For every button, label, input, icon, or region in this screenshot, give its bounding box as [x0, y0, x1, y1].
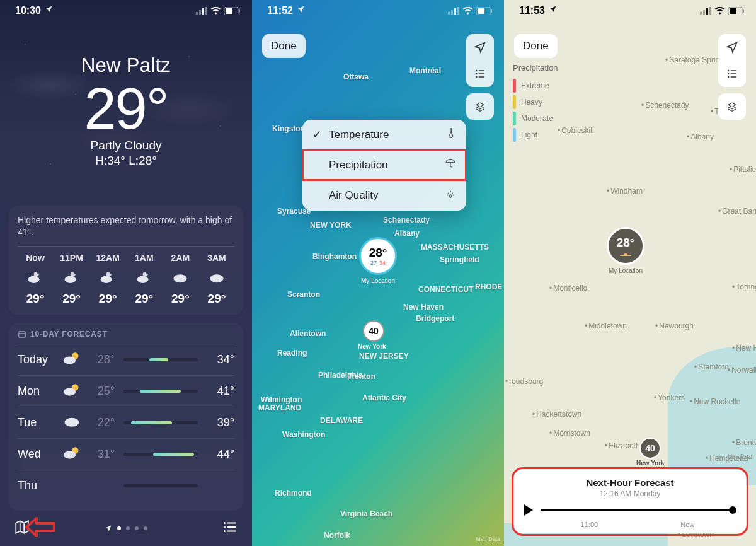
weather-icon	[136, 269, 152, 286]
map-city-label: Cobleskill	[558, 126, 594, 135]
forecast-summary: Higher temperatures expected tomorrow, w…	[18, 214, 234, 247]
daily-forecast-card[interactable]: 10-DAY FORECAST Today 28° 34° Mon 25° 41…	[9, 323, 243, 511]
map-attribution-link[interactable]: Map Data	[476, 536, 500, 542]
map-city-label: Great Barring	[718, 207, 756, 216]
play-button[interactable]	[524, 504, 533, 516]
day-low: 22°	[87, 416, 115, 429]
layer-option-air-quality[interactable]: ✓Air Quality	[302, 180, 466, 211]
map-city-label: Monticello	[549, 284, 587, 293]
svg-point-37	[476, 73, 478, 75]
weather-icon	[63, 415, 87, 430]
hour-temp: 29°	[62, 292, 81, 306]
done-button[interactable]: Done	[514, 34, 558, 58]
hourly-item: 1AM 29°	[127, 253, 162, 306]
timeline-slider[interactable]	[541, 509, 736, 511]
day-high: 34°	[207, 353, 234, 366]
layer-option-precipitation[interactable]: ✓Precipitation	[302, 150, 466, 180]
status-time: 11:53	[519, 5, 545, 16]
svg-point-11	[174, 274, 187, 282]
layers-button[interactable]	[466, 93, 494, 120]
map-city-label: Trenton	[348, 372, 375, 381]
my-location-pin[interactable]: 28° 2734 My Location	[359, 237, 397, 284]
svg-point-49	[450, 197, 451, 198]
map-city-label: Torringto	[732, 282, 756, 291]
map-city-label: NEW JERSEY	[359, 352, 409, 361]
hour-temp: 29°	[26, 292, 45, 306]
svg-point-45	[447, 194, 449, 195]
precipitation-legend: Precipitation ExtremeHeavyModerateLight	[513, 63, 558, 143]
next-hour-subtitle: 12:16 AM Monday	[524, 489, 736, 498]
condition-text: Partly Cloudy	[0, 139, 252, 153]
legend-label: Extreme	[521, 81, 549, 90]
layer-option-label: Temperature	[329, 129, 389, 141]
layer-option-temperature[interactable]: ✓Temperature	[302, 120, 466, 150]
weather-map-temperature-screen: 11:52 OttawaMontréalKingstonSyracuseNEW …	[252, 0, 504, 546]
hour-temp: 29°	[208, 292, 226, 306]
my-location-label: My Location	[607, 267, 644, 274]
weather-icon	[63, 351, 87, 368]
hour-label: Now	[26, 253, 45, 263]
svg-rect-13	[19, 332, 26, 337]
svg-point-42	[448, 192, 449, 194]
svg-point-59	[728, 73, 730, 75]
day-name: Thu	[18, 479, 63, 492]
daily-row[interactable]: Mon 25° 41°	[18, 376, 234, 407]
my-location-pin[interactable]: 28° My Location	[607, 227, 644, 274]
svg-point-39	[476, 76, 478, 78]
daily-row[interactable]: Thu	[18, 470, 234, 502]
status-time: 11:52	[267, 5, 293, 16]
map-city-label: Morristown	[549, 429, 590, 438]
location-services-icon	[44, 5, 53, 16]
locate-me-button[interactable]	[466, 34, 494, 61]
svg-rect-6	[239, 9, 240, 13]
list-icon[interactable]	[222, 519, 238, 538]
daily-row[interactable]: Today 28° 34°	[18, 344, 234, 376]
svg-point-43	[452, 192, 453, 194]
map-city-label: Binghamton	[312, 252, 357, 261]
done-button[interactable]: Done	[262, 34, 306, 58]
map-city-label: NEW YORK	[310, 221, 352, 229]
svg-rect-31	[457, 7, 459, 15]
layers-button[interactable]	[718, 93, 746, 120]
svg-rect-60	[731, 73, 736, 74]
check-icon: ✓	[312, 128, 323, 141]
daily-row[interactable]: Tue 22° 39°	[18, 407, 234, 439]
city-pin-newyork[interactable]: 40	[363, 320, 384, 342]
current-temp: 29°	[0, 79, 252, 137]
legend-row: Light	[513, 127, 558, 143]
daily-row[interactable]: Wed 31° 44°	[18, 439, 234, 470]
svg-rect-56	[743, 9, 744, 13]
svg-point-21	[64, 451, 76, 459]
page-dots[interactable]	[105, 525, 147, 532]
battery-icon	[728, 7, 745, 15]
layer-option-label: Precipitation	[329, 159, 388, 171]
map-city-label: RHODE ISLAND	[475, 282, 504, 291]
next-hour-forecast-card[interactable]: Next-Hour Forecast 12:16 AM Monday 11:00…	[514, 470, 746, 533]
svg-rect-51	[703, 10, 705, 15]
hourly-item: 11PM 29°	[54, 253, 89, 306]
temp-range-bar	[123, 421, 198, 424]
hour-temp: 29°	[99, 292, 117, 306]
wifi-icon	[210, 7, 221, 15]
locations-list-button[interactable]	[718, 61, 746, 87]
layer-option-label: Air Quality	[329, 189, 378, 202]
city-pin-newyork[interactable]: 40	[639, 438, 661, 459]
hourly-forecast-card[interactable]: Higher temperatures expected tomorrow, w…	[9, 206, 243, 315]
svg-rect-2	[202, 8, 204, 15]
svg-point-35	[476, 70, 478, 72]
svg-point-47	[449, 195, 450, 197]
map-city-label: roudsburg	[505, 377, 543, 386]
svg-point-57	[728, 70, 730, 72]
locate-me-button[interactable]	[718, 34, 746, 61]
next-hour-title: Next-Hour Forecast	[524, 477, 736, 488]
map-city-label: Schenectady	[641, 101, 689, 110]
daily-header: 10-DAY FORECAST	[18, 330, 234, 344]
map-attribution-link[interactable]: Map Data	[728, 453, 752, 459]
svg-rect-38	[479, 73, 484, 74]
map-city-label: Newburgh	[655, 322, 694, 330]
svg-point-19	[65, 418, 79, 427]
hour-label: 12AM	[96, 253, 120, 263]
svg-rect-40	[479, 76, 484, 78]
locations-list-button[interactable]	[466, 61, 494, 87]
weather-icon	[27, 269, 43, 286]
